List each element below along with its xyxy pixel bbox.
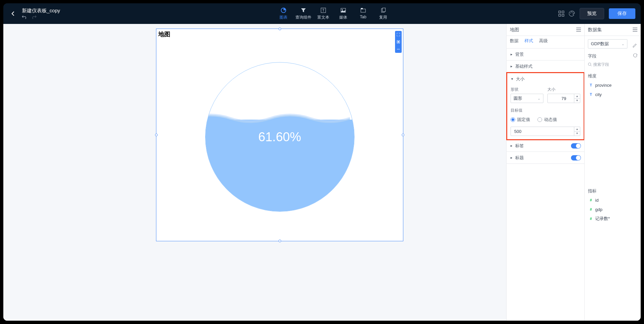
tab-advanced[interactable]: 高级 — [539, 38, 548, 47]
resize-handle-s[interactable] — [279, 240, 281, 242]
svg-rect-11 — [559, 14, 561, 16]
tab-style[interactable]: 样式 — [524, 38, 533, 47]
type-number-icon: # — [589, 198, 593, 202]
pie-icon — [281, 7, 286, 13]
type-number-icon: # — [589, 217, 593, 221]
resize-handle-w[interactable] — [155, 134, 158, 136]
resize-handle-n[interactable] — [279, 28, 281, 30]
caret-down-icon: ▾ — [511, 77, 514, 81]
measures-label: 指标 — [585, 185, 641, 195]
label-toggle[interactable] — [571, 143, 581, 149]
target-label: 目标值 — [511, 108, 580, 113]
redo-button[interactable] — [31, 15, 37, 20]
section-size: ▾ 大小 形状 圆形 ⌄ 大小 — [506, 72, 585, 140]
shape-select[interactable]: 圆形 ⌄ — [511, 94, 543, 103]
field-name: city — [595, 92, 602, 97]
svg-rect-12 — [562, 14, 564, 16]
radio-label: 动态值 — [544, 117, 557, 123]
measure-field[interactable]: # gdp — [587, 205, 639, 214]
section-background[interactable]: ▸ 背景 — [507, 49, 584, 60]
style-panel-title: 地图 — [510, 27, 519, 33]
panel-menu-icon[interactable] — [576, 27, 581, 33]
dataset-panel-title: 数据集 — [588, 27, 602, 33]
stepper-up[interactable]: ▲ — [574, 94, 580, 99]
tool-media[interactable]: 媒体 — [333, 7, 353, 20]
radio-fixed[interactable]: 固定值 — [511, 117, 530, 123]
radio-dynamic[interactable]: 动态值 — [537, 117, 557, 123]
caret-right-icon: ▸ — [510, 156, 513, 160]
stepper-down[interactable]: ▼ — [574, 132, 580, 136]
radio-dot-icon — [511, 117, 515, 122]
field-search[interactable]: 搜索字段 — [588, 60, 637, 68]
expand-icon[interactable] — [395, 31, 402, 38]
dataset-select-value: GDP数据 — [591, 41, 609, 47]
settings-icon[interactable] — [395, 38, 402, 46]
dimension-field[interactable]: T province — [587, 80, 639, 90]
svg-point-18 — [397, 49, 398, 50]
svg-rect-5 — [361, 9, 365, 12]
svg-rect-8 — [382, 8, 385, 12]
chart-frame[interactable]: 地图 — [156, 29, 403, 241]
search-icon — [588, 62, 592, 66]
chevron-down-icon: ⌄ — [621, 42, 624, 46]
shape-select-value: 圆形 — [514, 95, 522, 101]
stepper-up[interactable]: ▲ — [574, 127, 580, 132]
back-button[interactable] — [9, 9, 18, 18]
grid-icon-button[interactable] — [558, 11, 564, 17]
dataset-select[interactable]: GDP数据 ⌄ — [588, 39, 627, 49]
section-title-toggle[interactable]: ▸ 标题 — [507, 152, 584, 163]
section-size-header[interactable]: ▾ 大小 — [507, 73, 584, 85]
dimension-field[interactable]: T city — [587, 90, 639, 99]
edit-dataset-icon[interactable] — [632, 43, 637, 48]
tool-richtext[interactable]: T 富文本 — [313, 7, 333, 20]
size-input[interactable]: 79 ▲ ▼ — [547, 94, 580, 103]
measure-field[interactable]: # 记录数* — [587, 214, 639, 223]
tool-reuse[interactable]: 复用 — [373, 7, 393, 20]
section-label: 背景 — [515, 52, 524, 57]
section-basic-style[interactable]: ▸ 基础样式 — [507, 60, 584, 72]
tool-label: Tab — [360, 15, 366, 19]
section-label: 基础样式 — [515, 63, 532, 69]
dimensions-label: 维度 — [585, 70, 641, 80]
document-title[interactable]: 新建仪表板_copy — [22, 8, 60, 14]
type-number-icon: # — [589, 207, 593, 211]
type-text-icon: T — [589, 92, 593, 96]
section-label: 大小 — [516, 76, 524, 82]
tab-data[interactable]: 数据 — [510, 38, 519, 47]
filter-icon — [300, 7, 306, 13]
field-name: id — [595, 198, 599, 203]
svg-rect-9 — [559, 11, 561, 13]
svg-rect-10 — [562, 11, 564, 13]
radio-dot-icon — [537, 117, 542, 122]
measure-field[interactable]: # id — [587, 195, 639, 205]
section-label-toggle[interactable]: ▸ 标签 — [507, 140, 584, 152]
chart-float-controls — [395, 31, 402, 53]
svg-rect-6 — [361, 8, 363, 9]
target-input[interactable]: 500 ▲ ▼ — [511, 127, 580, 136]
chart-title: 地图 — [158, 30, 170, 38]
tool-chart[interactable]: 图表 — [274, 7, 293, 20]
stepper-down[interactable]: ▼ — [574, 99, 580, 103]
undo-button[interactable] — [22, 15, 27, 20]
title-toggle[interactable] — [571, 155, 581, 161]
shape-label: 形状 — [511, 87, 543, 92]
image-icon — [340, 7, 346, 13]
refresh-icon[interactable] — [633, 54, 637, 59]
type-text-icon: T — [589, 83, 593, 87]
save-button[interactable]: 保存 — [609, 8, 635, 19]
fields-label: 字段 — [588, 53, 597, 59]
tool-label: 媒体 — [339, 15, 347, 20]
tool-label: 富文本 — [317, 15, 329, 20]
tool-query[interactable]: 查询组件 — [293, 7, 313, 20]
resize-handle-e[interactable] — [402, 134, 404, 136]
more-icon[interactable] — [395, 46, 402, 53]
svg-point-21 — [588, 63, 591, 65]
canvas[interactable]: 地图 — [3, 24, 506, 321]
size-label: 大小 — [547, 87, 580, 92]
palette-icon-button[interactable] — [569, 11, 575, 17]
preview-button[interactable]: 预览 — [580, 8, 604, 19]
panel-menu-icon[interactable] — [633, 27, 637, 33]
liquid-fill-chart: 61.60% — [205, 62, 355, 212]
tool-tab[interactable]: Tab — [353, 7, 373, 20]
dataset-panel: 数据集 GDP数据 ⌄ 字段 — [584, 24, 641, 321]
